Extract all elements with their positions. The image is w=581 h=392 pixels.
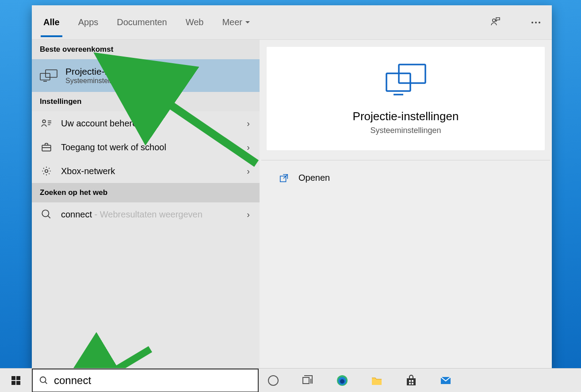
open-icon [279, 173, 289, 183]
search-flyout: Alle Apps Documenten Web Meer Beste over… [32, 5, 552, 369]
result-best-match[interactable]: Projectie-instellingen Systeeminstelling… [32, 59, 260, 92]
taskbar-search-box[interactable] [32, 369, 259, 392]
taskbar-edge[interactable] [336, 374, 349, 387]
svg-rect-24 [412, 380, 413, 382]
chevron-down-icon [245, 20, 250, 25]
section-best-match: Beste overeenkomst [32, 40, 260, 59]
result-label: Uw account beheren [61, 118, 142, 129]
result-title: Projectie-instellingen [65, 66, 151, 77]
result-label: Xbox-netwerk [61, 166, 115, 176]
open-action[interactable]: Openen [267, 165, 545, 191]
gear-icon [40, 164, 53, 178]
projection-icon [40, 67, 57, 84]
account-icon [40, 117, 53, 130]
taskbar [0, 368, 581, 392]
more-options-button[interactable] [531, 22, 540, 23]
svg-rect-18 [303, 377, 309, 384]
section-search-web: Zoeken op het web [32, 183, 260, 202]
projection-hero-icon [385, 62, 427, 97]
svg-rect-26 [412, 383, 413, 384]
feedback-icon-button[interactable] [490, 16, 501, 29]
chevron-right-icon: › [247, 142, 250, 152]
svg-rect-25 [409, 383, 411, 384]
person-feedback-icon [490, 16, 501, 27]
chevron-right-icon: › [247, 118, 250, 129]
svg-rect-22 [407, 378, 416, 385]
result-label: connect - Webresultaten weergeven [61, 209, 203, 220]
windows-logo-icon [11, 375, 21, 386]
search-icon [40, 208, 53, 221]
section-settings: Instellingen [32, 92, 260, 111]
result-web-search[interactable]: connect - Webresultaten weergeven › [32, 202, 260, 226]
start-button[interactable] [0, 369, 32, 392]
briefcase-icon [40, 141, 53, 154]
ellipsis-icon [531, 22, 540, 23]
search-tabs: Alle Apps Documenten Web Meer [32, 5, 552, 40]
taskbar-taskview[interactable] [301, 374, 314, 387]
svg-point-16 [40, 377, 46, 382]
store-icon [405, 374, 417, 387]
taskbar-cortana[interactable] [267, 374, 280, 387]
taskbar-pinned [267, 369, 452, 392]
tab-apps[interactable]: Apps [78, 17, 99, 27]
results-pane: Beste overeenkomst Projectie-instellinge… [32, 40, 260, 369]
result-setting-work[interactable]: Toegang tot werk of school › [32, 135, 260, 159]
result-setting-account[interactable]: Uw account beheren › [32, 111, 260, 135]
search-icon [39, 376, 49, 385]
svg-rect-4 [42, 145, 51, 151]
tab-web[interactable]: Web [186, 17, 204, 27]
detail-card: Projectie-instellingen Systeeminstelling… [267, 47, 545, 150]
svg-rect-2 [40, 73, 50, 80]
cortana-icon [267, 374, 279, 387]
taskview-icon [302, 374, 314, 387]
svg-rect-15 [16, 381, 20, 385]
result-subtitle: Systeeminstellingen [65, 77, 151, 85]
tab-all[interactable]: Alle [43, 17, 60, 27]
tab-more-label: Meer [222, 17, 242, 27]
chevron-right-icon: › [247, 209, 250, 220]
svg-point-5 [45, 170, 48, 173]
mail-icon [440, 374, 452, 387]
taskbar-store[interactable] [405, 374, 418, 387]
detail-title: Projectie-instellingen [353, 110, 459, 123]
tab-more[interactable]: Meer [222, 17, 250, 27]
svg-rect-12 [11, 376, 15, 380]
svg-point-21 [340, 379, 344, 384]
tab-documents[interactable]: Documenten [117, 17, 167, 27]
svg-point-17 [268, 376, 278, 385]
detail-pane: Projectie-instellingen Systeeminstelling… [260, 40, 552, 369]
separator [261, 160, 550, 160]
svg-point-0 [493, 19, 495, 21]
taskbar-explorer[interactable] [370, 374, 383, 387]
folder-icon [371, 374, 383, 387]
detail-subtitle: Systeeminstellingen [370, 126, 441, 135]
chevron-right-icon: › [247, 166, 250, 176]
svg-point-3 [42, 120, 46, 123]
edge-icon [336, 374, 348, 387]
search-input[interactable] [54, 374, 252, 387]
taskbar-mail[interactable] [439, 374, 452, 387]
result-setting-xbox[interactable]: Xbox-netwerk › [32, 159, 260, 183]
svg-rect-13 [16, 376, 20, 380]
svg-rect-23 [409, 380, 411, 382]
result-label: Toegang tot werk of school [61, 142, 166, 152]
open-label: Openen [298, 173, 330, 183]
svg-point-6 [42, 210, 49, 217]
svg-rect-14 [11, 381, 15, 385]
